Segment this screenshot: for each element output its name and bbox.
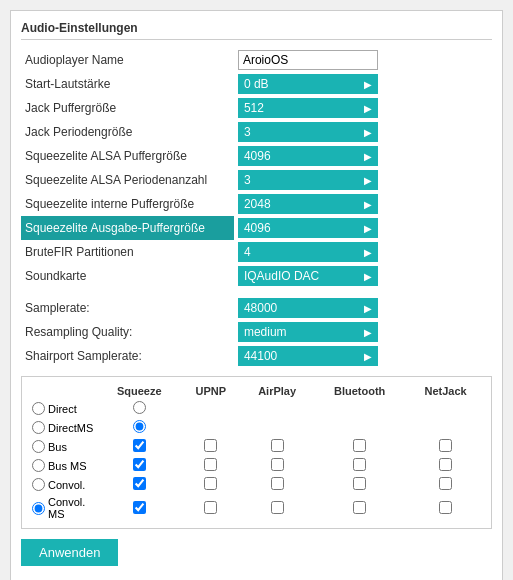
check-squeeze-convolms[interactable]	[133, 501, 146, 514]
radio-convol[interactable]	[32, 478, 45, 491]
label-sq-alsa-puffer: Squeezelite ALSA Puffergröße	[21, 144, 234, 168]
row-start-lautstaerke: Start-Lautstärke 0 dB ▶	[21, 72, 492, 96]
matrix-label-convol: Convol.	[28, 475, 98, 494]
value-jack-periodengroesse: 3 ▶	[234, 120, 492, 144]
dropdown-sq-ausgabe-puffer[interactable]: 4096 ▶	[238, 218, 378, 238]
label-resampling: Resampling Quality:	[21, 320, 234, 344]
radio-directms[interactable]	[32, 421, 45, 434]
input-audioplayer-name[interactable]	[238, 50, 378, 70]
matrix-row-direct: Direct	[28, 399, 485, 418]
arrow-icon: ▶	[364, 351, 372, 362]
check-squeeze-busms[interactable]	[133, 458, 146, 471]
row-shairport: Shairport Samplerate: 44100 ▶	[21, 344, 492, 368]
dropdown-samplerate[interactable]: 48000 ▶	[238, 298, 378, 318]
apply-button[interactable]: Anwenden	[21, 539, 118, 566]
matrix-bluetooth-bus	[313, 437, 406, 456]
matrix-airplay-busms	[241, 456, 313, 475]
label-start-lautstaerke: Start-Lautstärke	[21, 72, 234, 96]
arrow-icon: ▶	[364, 127, 372, 138]
check-bluetooth-convol[interactable]	[353, 477, 366, 490]
matrix-label-busms: Bus MS	[28, 456, 98, 475]
label-soundkarte: Soundkarte	[21, 264, 234, 288]
check-bluetooth-busms[interactable]	[353, 458, 366, 471]
check-netjack-convol[interactable]	[439, 477, 452, 490]
check-netjack-bus[interactable]	[439, 439, 452, 452]
radio-bus[interactable]	[32, 440, 45, 453]
matrix-col-netjack: NetJack	[406, 383, 485, 399]
dropdown-soundkarte[interactable]: IQAudIO DAC ▶	[238, 266, 378, 286]
value-soundkarte: IQAudIO DAC ▶	[234, 264, 492, 288]
matrix-squeeze-bus	[98, 437, 181, 456]
matrix-row-convol: Convol.	[28, 475, 485, 494]
arrow-icon: ▶	[364, 223, 372, 234]
label-samplerate: Samplerate:	[21, 296, 234, 320]
label-sq-intern-puffer: Squeezelite interne Puffergröße	[21, 192, 234, 216]
check-upnp-convol[interactable]	[204, 477, 217, 490]
value-sq-ausgabe-puffer: 4096 ▶	[234, 216, 492, 240]
dropdown-sq-alsa-perioden[interactable]: 3 ▶	[238, 170, 378, 190]
arrow-icon: ▶	[364, 175, 372, 186]
matrix-label-bus: Bus	[28, 437, 98, 456]
check-bluetooth-convolms[interactable]	[353, 501, 366, 514]
check-upnp-convolms[interactable]	[204, 501, 217, 514]
check-airplay-convolms[interactable]	[271, 501, 284, 514]
matrix-label-convolms: Convol. MS	[28, 494, 98, 522]
matrix-col-squeeze: Squeeze	[98, 383, 181, 399]
matrix-bluetooth-direct	[313, 399, 406, 418]
radio-squeeze-directms[interactable]	[133, 420, 146, 433]
arrow-icon: ▶	[364, 103, 372, 114]
value-sq-alsa-perioden: 3 ▶	[234, 168, 492, 192]
dropdown-sq-alsa-puffer[interactable]: 4096 ▶	[238, 146, 378, 166]
label-shairport: Shairport Samplerate:	[21, 344, 234, 368]
dropdown-shairport[interactable]: 44100 ▶	[238, 346, 378, 366]
radio-busms[interactable]	[32, 459, 45, 472]
matrix-squeeze-direct	[98, 399, 181, 418]
check-netjack-busms[interactable]	[439, 458, 452, 471]
check-airplay-convol[interactable]	[271, 477, 284, 490]
row-sq-ausgabe-puffer: Squeezelite Ausgabe-Puffergröße 4096 ▶	[21, 216, 492, 240]
check-squeeze-convol[interactable]	[133, 477, 146, 490]
matrix-bluetooth-convolms	[313, 494, 406, 522]
matrix-row-convolms: Convol. MS	[28, 494, 485, 522]
dropdown-start-lautstaerke[interactable]: 0 dB ▶	[238, 74, 378, 94]
matrix-netjack-busms	[406, 456, 485, 475]
matrix-airplay-directms	[241, 418, 313, 437]
radio-convolms[interactable]	[32, 502, 45, 515]
row-sq-alsa-perioden: Squeezelite ALSA Periodenanzahl 3 ▶	[21, 168, 492, 192]
check-airplay-busms[interactable]	[271, 458, 284, 471]
matrix-upnp-convolms	[181, 494, 242, 522]
check-bluetooth-bus[interactable]	[353, 439, 366, 452]
check-squeeze-bus[interactable]	[133, 439, 146, 452]
matrix-bluetooth-convol	[313, 475, 406, 494]
dropdown-sq-intern-puffer[interactable]: 2048 ▶	[238, 194, 378, 214]
matrix-netjack-convolms	[406, 494, 485, 522]
value-start-lautstaerke: 0 dB ▶	[234, 72, 492, 96]
arrow-icon: ▶	[364, 303, 372, 314]
main-panel: Audio-Einstellungen Audioplayer Name Sta…	[10, 10, 503, 580]
radio-squeeze-direct[interactable]	[133, 401, 146, 414]
dropdown-jack-puffergroesse[interactable]: 512 ▶	[238, 98, 378, 118]
check-upnp-bus[interactable]	[204, 439, 217, 452]
radio-direct[interactable]	[32, 402, 45, 415]
label-brutefir: BruteFIR Partitionen	[21, 240, 234, 264]
row-soundkarte: Soundkarte IQAudIO DAC ▶	[21, 264, 492, 288]
arrow-icon: ▶	[364, 271, 372, 282]
matrix-squeeze-convolms	[98, 494, 181, 522]
value-shairport: 44100 ▶	[234, 344, 492, 368]
matrix-netjack-bus	[406, 437, 485, 456]
arrow-icon: ▶	[364, 327, 372, 338]
matrix-bluetooth-directms	[313, 418, 406, 437]
matrix-label-directms: DirectMS	[28, 418, 98, 437]
label-audioplayer-name: Audioplayer Name	[21, 48, 234, 72]
check-upnp-busms[interactable]	[204, 458, 217, 471]
matrix-col-airplay: AirPlay	[241, 383, 313, 399]
check-airplay-bus[interactable]	[271, 439, 284, 452]
dropdown-resampling[interactable]: medium ▶	[238, 322, 378, 342]
matrix-upnp-convol	[181, 475, 242, 494]
dropdown-jack-periodengroesse[interactable]: 3 ▶	[238, 122, 378, 142]
check-netjack-convolms[interactable]	[439, 501, 452, 514]
settings-table: Audioplayer Name Start-Lautstärke 0 dB ▶…	[21, 48, 492, 368]
row-sq-intern-puffer: Squeezelite interne Puffergröße 2048 ▶	[21, 192, 492, 216]
matrix-col-label	[28, 383, 98, 399]
dropdown-brutefir[interactable]: 4 ▶	[238, 242, 378, 262]
